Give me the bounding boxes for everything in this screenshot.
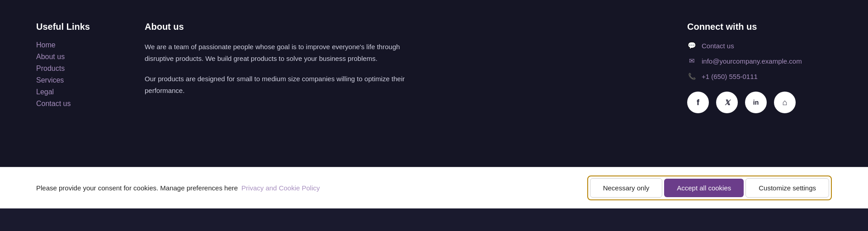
footer-col-connect: Connect with us Contact us info@yourcomp… [687, 22, 832, 145]
linkedin-button[interactable]: in [745, 92, 767, 113]
footer-col-links: Useful Links Home About us Products Serv… [36, 22, 118, 145]
cookie-buttons: Necessary only Accept all cookies Custom… [587, 176, 832, 200]
contact-us-link[interactable]: Contact us [702, 42, 734, 50]
connect-heading: Connect with us [687, 22, 832, 32]
phone-number: +1 (650) 555-0111 [702, 73, 758, 80]
connect-contact[interactable]: Contact us [687, 41, 832, 50]
home-button[interactable]: ⌂ [774, 92, 796, 113]
nav-link-about[interactable]: About us [36, 53, 118, 61]
connect-phone[interactable]: +1 (650) 555-0111 [687, 72, 832, 81]
about-para-2: Our products are designed for small to m… [145, 73, 416, 96]
facebook-button[interactable]: f [687, 92, 709, 113]
cookie-policy-link[interactable]: Privacy and Cookie Policy [241, 184, 320, 192]
nav-link-products[interactable]: Products [36, 65, 118, 73]
connect-email[interactable]: info@yourcompany.example.com [687, 56, 832, 65]
social-icons: f 𝕏 in ⌂ [687, 92, 832, 113]
footer-col-about: About us We are a team of passionate peo… [145, 22, 416, 145]
customize-settings-button[interactable]: Customize settings [745, 178, 829, 198]
nav-link-legal[interactable]: Legal [36, 88, 118, 96]
chat-icon [687, 41, 696, 50]
email-icon [687, 56, 696, 65]
email-address: info@yourcompany.example.com [702, 57, 802, 65]
about-heading: About us [145, 22, 416, 32]
cookie-text-area: Please provide your consent for cookies.… [36, 184, 320, 192]
cookie-message: Please provide your consent for cookies.… [36, 184, 238, 192]
nav-link-services[interactable]: Services [36, 76, 118, 84]
necessary-only-button[interactable]: Necessary only [590, 178, 663, 198]
nav-link-home[interactable]: Home [36, 41, 118, 49]
footer-main: Useful Links Home About us Products Serv… [0, 0, 868, 167]
accept-all-cookies-button[interactable]: Accept all cookies [664, 179, 744, 197]
phone-icon [687, 72, 696, 81]
links-heading: Useful Links [36, 22, 118, 32]
about-para-1: We are a team of passionate people whose… [145, 41, 416, 64]
twitter-button[interactable]: 𝕏 [716, 92, 738, 113]
cookie-banner: Please provide your consent for cookies.… [0, 167, 868, 208]
nav-link-contact[interactable]: Contact us [36, 100, 118, 108]
